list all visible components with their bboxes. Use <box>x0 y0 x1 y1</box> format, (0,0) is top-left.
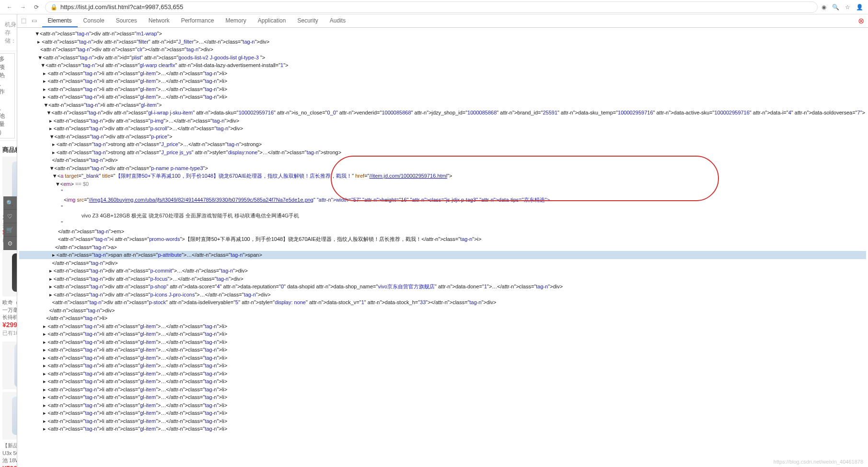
tab-sources[interactable]: Sources <box>110 15 143 27</box>
tool-search[interactable]: 🔍 <box>3 196 17 210</box>
forward-button[interactable]: → <box>18 2 28 12</box>
tool-history[interactable]: ⊙ <box>3 237 17 250</box>
watermark: https://blog.csdn.net/weixin_40461878 <box>774 459 863 465</box>
extension-icon[interactable]: ◉ <box>822 4 826 11</box>
side-toolbar: 🔍 ♡ 🛒 ⊙ <box>3 196 17 250</box>
tab-application[interactable]: Application <box>252 15 292 27</box>
profile-icon[interactable]: 👤 <box>856 4 863 11</box>
dom-tree[interactable]: ▼<attr-n">class="tag-n">div attr-n">clas… <box>17 28 868 467</box>
tab-network[interactable]: Network <box>143 15 175 27</box>
back-button[interactable]: ← <box>5 2 14 12</box>
url-text: https://list.jd.com/list.html?cat=9987,6… <box>60 3 183 11</box>
devtools-close[interactable]: ⊗ <box>858 16 864 25</box>
tab-security[interactable]: Security <box>291 15 324 27</box>
tab-performance[interactable]: Performance <box>175 15 220 27</box>
sidebar-product[interactable]: 【新品上手】vivo U3x 500 0mAh大电池 18W双引擎 ¥799.0… <box>2 392 17 467</box>
sidebar-product[interactable]: 欧奇（OUKI）K10 一万毫安大电池 超长待机智能手 ¥2999.00秒杀 已… <box>2 249 17 337</box>
tab-elements[interactable]: Elements <box>42 15 78 27</box>
storage-filter-label: 机身存储： <box>5 21 16 45</box>
device-icon[interactable]: ▭ <box>32 17 39 25</box>
tool-fav[interactable]: ♡ <box>3 210 17 223</box>
tool-cart[interactable]: 🛒 <box>3 223 17 237</box>
star-icon[interactable]: ☆ <box>845 4 850 11</box>
search-icon[interactable]: 🔍 <box>832 4 839 11</box>
sidebar-title: 商品精选 <box>2 143 17 157</box>
lock-icon: 🔒 <box>50 4 58 11</box>
inspect-icon[interactable]: ⬚ <box>21 17 29 25</box>
address-bar[interactable]: 🔒 https://list.jd.com/list.html?cat=9987… <box>45 1 818 13</box>
tab-console[interactable]: Console <box>78 15 110 27</box>
tab-audits[interactable]: Audits <box>324 15 351 27</box>
reload-button[interactable]: ⟳ <box>32 2 41 12</box>
more-options-button[interactable]: 更多选项（热点、操作系统、电池容量 等） <box>0 53 15 138</box>
tab-memory[interactable]: Memory <box>220 15 252 27</box>
